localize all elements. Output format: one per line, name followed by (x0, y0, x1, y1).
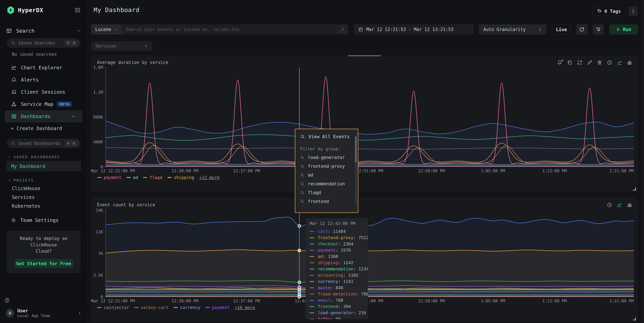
event-search-input[interactable]: Search your events w/ Lucene ex. column:… (121, 27, 339, 32)
tooltip-series-dash (310, 287, 314, 288)
edit-icon[interactable] (587, 60, 592, 65)
saved-searches-input[interactable]: Saved Searches ⌘ K (7, 38, 80, 48)
panel-resize-handle[interactable] (633, 317, 636, 320)
popup-filter-item[interactable]: frontend (295, 197, 358, 206)
legend-dash (134, 307, 138, 308)
saved-dashboards-input[interactable]: Saved Dashboards ⌘ K (7, 139, 80, 148)
bell-icon (11, 77, 17, 83)
svg-text:1:12:00 PM: 1:12:00 PM (542, 169, 567, 173)
tooltip-series-dash (310, 312, 314, 313)
get-started-button[interactable]: Get Started for Free (14, 259, 73, 268)
avg-duration-chart[interactable]: 0400K800K1.2M1.6MMar 12 12:21:00 PM12:30… (91, 65, 638, 174)
presets-header-label: PRESETS (14, 178, 34, 182)
logo-row: HyperDX (0, 5, 87, 15)
view-all-events-item[interactable]: View All Events (295, 132, 358, 143)
bar-chart-toggle-icon[interactable] (627, 202, 632, 208)
sidebar-item-search[interactable]: Search (0, 26, 87, 36)
add-alert-icon[interactable]: + (557, 60, 562, 65)
legend-item[interactable]: valkey-cart (134, 305, 169, 310)
tooltip-row: fraud-detection: 788 (310, 291, 364, 297)
legend-label: shipping (174, 175, 194, 180)
live-button[interactable]: Live (552, 24, 571, 35)
line-chart-toggle-icon[interactable] (617, 202, 622, 208)
page-header: My Dashboard 0 Tags (91, 7, 638, 24)
history-icon[interactable] (607, 202, 612, 208)
sidebar-item-chart-explorer[interactable]: Chart Explorer (5, 62, 82, 74)
slash-shortcut-badge: / (339, 26, 347, 33)
user-menu[interactable]: U User Local App Team (2, 307, 85, 319)
tooltip-series-dash (310, 250, 314, 251)
sidebar-item-client-sessions[interactable]: Client Sessions (5, 86, 82, 98)
popup-scrollbar[interactable] (355, 136, 357, 205)
page-scrollbar[interactable] (642, 0, 644, 323)
create-dashboard-button[interactable]: + Create Dashboard (0, 122, 87, 134)
legend-item[interactable]: payment (206, 305, 230, 310)
search-icon (300, 182, 304, 186)
panel-drag-handle[interactable] (348, 55, 381, 56)
svg-text:12:37:00 PM: 12:37:00 PM (233, 299, 260, 303)
refresh-button[interactable] (576, 24, 588, 35)
duplicate-icon[interactable] (567, 60, 572, 65)
presets-header[interactable]: PRESETS (8, 177, 80, 183)
panel-resize-handle[interactable] (633, 188, 636, 190)
gear-icon (11, 217, 16, 223)
tooltip-series-name: kafka (318, 316, 330, 319)
popup-filter-item[interactable]: ad (295, 171, 358, 179)
tooltip-series-dash (310, 300, 314, 301)
legend-item[interactable]: currency (174, 305, 200, 310)
history-icon[interactable] (607, 60, 612, 65)
granularity-select[interactable]: Auto Granularity (479, 24, 546, 35)
legend-item[interactable]: ad (126, 175, 138, 180)
legend-item[interactable]: payment (97, 175, 122, 180)
collapse-sidebar-icon[interactable] (74, 7, 81, 14)
query-language-select[interactable]: Lucene (91, 24, 121, 35)
sidebar-item-team-settings[interactable]: Team Settings (0, 215, 87, 226)
chart-explorer-icon (11, 65, 17, 70)
legend-item[interactable]: cainjector (97, 305, 129, 310)
tooltip-row: ad: 1360 (310, 253, 364, 260)
sidebar-item-alerts[interactable]: Alerts (5, 74, 82, 86)
popup-filter-item[interactable]: load-generator (295, 153, 358, 162)
tooltip-series-name: accounting (318, 273, 343, 278)
legend-item[interactable]: shipping (168, 175, 194, 180)
tooltip-series-name: cart (318, 229, 328, 234)
expand-icon[interactable] (577, 60, 582, 65)
no-saved-searches-text: No saved searches (12, 52, 80, 57)
sidebar-item-preset[interactable]: Kubernetes (0, 202, 87, 210)
popup-scroll-thumb[interactable] (355, 136, 357, 163)
event-search-box[interactable]: Lucene Search your events w/ Lucene ex. … (91, 24, 348, 35)
tooltip-row: kafka: 90 (310, 316, 364, 319)
tags-button[interactable]: 0 Tags (593, 7, 626, 16)
bar-chart-toggle-icon[interactable] (627, 60, 632, 65)
preset-label: ClickHouse (12, 186, 40, 191)
popup-filter-label: recommendation (308, 181, 345, 186)
services-select[interactable]: Services (91, 41, 152, 51)
popup-filter-item[interactable]: recommendation (295, 179, 358, 188)
popup-filter-item[interactable]: frontend-proxy (295, 162, 358, 171)
sidebar-item-service-map[interactable]: Service Map BETA (5, 98, 82, 110)
legend-more-link[interactable]: +16 more (235, 305, 255, 310)
sidebar-item-preset[interactable]: ClickHouse (0, 184, 87, 193)
delete-icon[interactable] (597, 60, 602, 65)
legend-label: ad (133, 175, 138, 180)
popup-filter-item[interactable]: flagd (295, 188, 358, 197)
tooltip-series-name: fraud-detection (318, 291, 356, 296)
legend-more-link[interactable]: +12 more (199, 175, 220, 180)
legend-item[interactable]: flagd (143, 175, 162, 180)
saved-dashboards-header[interactable]: SAVED DASHBOARDS (8, 154, 80, 160)
user-team: Local App Team (18, 313, 50, 318)
filter-button[interactable] (593, 24, 604, 35)
sidebar-item-my-dashboard[interactable]: My Dashboard (6, 161, 81, 171)
tooltip-series-dash (310, 237, 314, 238)
line-chart-toggle-icon[interactable] (617, 60, 622, 65)
run-button[interactable]: Run (609, 24, 638, 35)
more-options-button[interactable] (628, 7, 638, 16)
user-name: User (18, 308, 50, 313)
sidebar-item-preset[interactable]: Services (0, 193, 87, 202)
tags-label: 0 Tags (604, 9, 621, 14)
help-button[interactable] (2, 296, 12, 305)
time-range-picker[interactable]: Mar 12 12:21:53 - Mar 12 13:21:53 (354, 24, 474, 35)
svg-text:7K: 7K (98, 251, 103, 256)
calendar-icon (358, 27, 363, 32)
sidebar-item-dashboards[interactable]: Dashboards (5, 110, 82, 122)
